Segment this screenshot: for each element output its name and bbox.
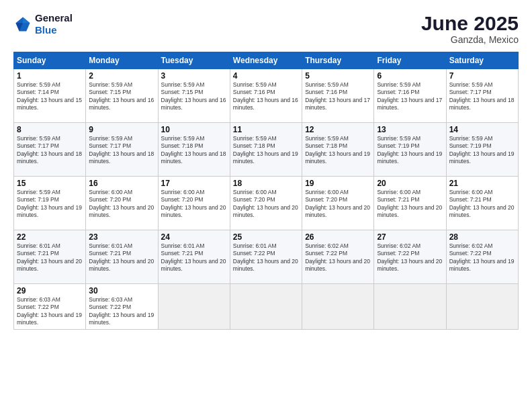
- day-number: 15: [17, 179, 83, 188]
- table-row: 30 Sunrise: 6:03 AM Sunset: 7:22 PM Dayl…: [86, 284, 158, 330]
- table-row: 20 Sunrise: 6:00 AM Sunset: 7:21 PM Dayl…: [374, 177, 446, 230]
- day-number: 22: [17, 232, 83, 242]
- col-monday: Monday: [86, 52, 158, 69]
- day-number: 28: [449, 232, 515, 242]
- table-row: 8 Sunrise: 5:59 AM Sunset: 7:17 PM Dayli…: [14, 123, 86, 177]
- day-number: 13: [377, 125, 443, 134]
- day-number: 24: [161, 232, 227, 242]
- day-info: Sunrise: 6:02 AM Sunset: 7:22 PM Dayligh…: [377, 242, 443, 273]
- day-info: Sunrise: 5:59 AM Sunset: 7:18 PM Dayligh…: [233, 135, 299, 166]
- table-row: 15 Sunrise: 5:59 AM Sunset: 7:19 PM Dayl…: [14, 177, 86, 230]
- table-row: 19 Sunrise: 6:00 AM Sunset: 7:20 PM Dayl…: [302, 177, 374, 230]
- col-wednesday: Wednesday: [230, 52, 302, 69]
- table-row: 17 Sunrise: 6:00 AM Sunset: 7:20 PM Dayl…: [158, 177, 230, 230]
- day-info: Sunrise: 6:03 AM Sunset: 7:22 PM Dayligh…: [89, 296, 154, 327]
- table-row: [374, 284, 446, 330]
- day-number: 25: [233, 232, 299, 242]
- table-row: [446, 284, 518, 330]
- day-info: Sunrise: 5:59 AM Sunset: 7:17 PM Dayligh…: [449, 81, 515, 112]
- day-number: 19: [305, 179, 371, 188]
- day-number: 17: [161, 179, 227, 188]
- day-number: 7: [449, 71, 515, 81]
- day-number: 23: [89, 232, 154, 242]
- day-number: 11: [233, 125, 299, 134]
- table-row: 21 Sunrise: 6:00 AM Sunset: 7:21 PM Dayl…: [446, 177, 518, 230]
- table-row: 24 Sunrise: 6:01 AM Sunset: 7:21 PM Dayl…: [158, 230, 230, 284]
- col-tuesday: Tuesday: [158, 52, 230, 69]
- logo-line2: Blue: [35, 24, 73, 36]
- day-number: 4: [233, 71, 299, 81]
- day-number: 29: [17, 286, 83, 295]
- page: General Blue June 2025 Ganzda, Mexico Su…: [0, 0, 532, 411]
- calendar-title: June 2025: [421, 12, 519, 34]
- table-row: 28 Sunrise: 6:02 AM Sunset: 7:22 PM Dayl…: [446, 230, 518, 284]
- day-info: Sunrise: 6:00 AM Sunset: 7:21 PM Dayligh…: [449, 189, 515, 220]
- table-row: 7 Sunrise: 5:59 AM Sunset: 7:17 PM Dayli…: [446, 69, 518, 123]
- day-info: Sunrise: 6:00 AM Sunset: 7:21 PM Dayligh…: [377, 189, 443, 220]
- day-number: 12: [305, 125, 371, 134]
- day-info: Sunrise: 6:00 AM Sunset: 7:20 PM Dayligh…: [89, 189, 154, 220]
- header-row: Sunday Monday Tuesday Wednesday Thursday…: [14, 52, 519, 69]
- day-info: Sunrise: 6:01 AM Sunset: 7:21 PM Dayligh…: [161, 242, 227, 273]
- header: General Blue June 2025 Ganzda, Mexico: [13, 12, 519, 45]
- table-row: 3 Sunrise: 5:59 AM Sunset: 7:15 PM Dayli…: [158, 69, 230, 123]
- day-number: 5: [305, 71, 371, 81]
- col-sunday: Sunday: [14, 52, 86, 69]
- day-info: Sunrise: 6:01 AM Sunset: 7:22 PM Dayligh…: [233, 242, 299, 273]
- table-row: 9 Sunrise: 5:59 AM Sunset: 7:17 PM Dayli…: [86, 123, 158, 177]
- day-number: 6: [377, 71, 443, 81]
- day-number: 26: [305, 232, 371, 242]
- day-info: Sunrise: 6:00 AM Sunset: 7:20 PM Dayligh…: [233, 189, 299, 220]
- day-info: Sunrise: 6:00 AM Sunset: 7:20 PM Dayligh…: [161, 189, 227, 220]
- day-number: 1: [17, 71, 83, 81]
- table-row: 23 Sunrise: 6:01 AM Sunset: 7:21 PM Dayl…: [86, 230, 158, 284]
- table-row: 18 Sunrise: 6:00 AM Sunset: 7:20 PM Dayl…: [230, 177, 302, 230]
- day-info: Sunrise: 6:00 AM Sunset: 7:20 PM Dayligh…: [305, 189, 371, 220]
- day-info: Sunrise: 6:02 AM Sunset: 7:22 PM Dayligh…: [305, 242, 371, 273]
- day-info: Sunrise: 5:59 AM Sunset: 7:17 PM Dayligh…: [89, 135, 154, 166]
- table-row: 29 Sunrise: 6:03 AM Sunset: 7:22 PM Dayl…: [14, 284, 86, 330]
- day-info: Sunrise: 5:59 AM Sunset: 7:18 PM Dayligh…: [305, 135, 371, 166]
- table-row: 10 Sunrise: 5:59 AM Sunset: 7:18 PM Dayl…: [158, 123, 230, 177]
- day-info: Sunrise: 5:59 AM Sunset: 7:16 PM Dayligh…: [233, 81, 299, 112]
- table-row: 27 Sunrise: 6:02 AM Sunset: 7:22 PM Dayl…: [374, 230, 446, 284]
- logo: General Blue: [13, 12, 73, 36]
- day-info: Sunrise: 5:59 AM Sunset: 7:16 PM Dayligh…: [377, 81, 443, 112]
- col-thursday: Thursday: [302, 52, 374, 69]
- day-info: Sunrise: 5:59 AM Sunset: 7:19 PM Dayligh…: [377, 135, 443, 166]
- day-number: 10: [161, 125, 227, 134]
- table-row: 5 Sunrise: 5:59 AM Sunset: 7:16 PM Dayli…: [302, 69, 374, 123]
- table-row: 25 Sunrise: 6:01 AM Sunset: 7:22 PM Dayl…: [230, 230, 302, 284]
- day-info: Sunrise: 5:59 AM Sunset: 7:15 PM Dayligh…: [161, 81, 227, 112]
- svg-marker-1: [23, 17, 30, 24]
- table-row: 2 Sunrise: 5:59 AM Sunset: 7:15 PM Dayli…: [86, 69, 158, 123]
- table-row: [158, 284, 230, 330]
- day-info: Sunrise: 5:59 AM Sunset: 7:19 PM Dayligh…: [17, 189, 83, 220]
- table-row: 1 Sunrise: 5:59 AM Sunset: 7:14 PM Dayli…: [14, 69, 86, 123]
- day-info: Sunrise: 6:01 AM Sunset: 7:21 PM Dayligh…: [89, 242, 154, 273]
- day-number: 3: [161, 71, 227, 81]
- table-row: 14 Sunrise: 5:59 AM Sunset: 7:19 PM Dayl…: [446, 123, 518, 177]
- table-row: 6 Sunrise: 5:59 AM Sunset: 7:16 PM Dayli…: [374, 69, 446, 123]
- day-info: Sunrise: 6:02 AM Sunset: 7:22 PM Dayligh…: [449, 242, 515, 273]
- table-row: 11 Sunrise: 5:59 AM Sunset: 7:18 PM Dayl…: [230, 123, 302, 177]
- day-number: 20: [377, 179, 443, 188]
- day-number: 27: [377, 232, 443, 242]
- table-row: [302, 284, 374, 330]
- table-row: 26 Sunrise: 6:02 AM Sunset: 7:22 PM Dayl…: [302, 230, 374, 284]
- table-row: 4 Sunrise: 5:59 AM Sunset: 7:16 PM Dayli…: [230, 69, 302, 123]
- calendar-table: Sunday Monday Tuesday Wednesday Thursday…: [13, 52, 519, 330]
- day-number: 16: [89, 179, 154, 188]
- day-info: Sunrise: 5:59 AM Sunset: 7:16 PM Dayligh…: [305, 81, 371, 112]
- day-info: Sunrise: 5:59 AM Sunset: 7:18 PM Dayligh…: [161, 135, 227, 166]
- title-block: June 2025 Ganzda, Mexico: [421, 12, 519, 45]
- day-info: Sunrise: 5:59 AM Sunset: 7:17 PM Dayligh…: [17, 135, 83, 166]
- logo-line1: General: [35, 12, 73, 24]
- day-number: 8: [17, 125, 83, 134]
- day-number: 30: [89, 286, 154, 295]
- day-number: 2: [89, 71, 154, 81]
- day-number: 21: [449, 179, 515, 188]
- day-info: Sunrise: 5:59 AM Sunset: 7:14 PM Dayligh…: [17, 81, 83, 112]
- logo-icon: [13, 15, 32, 34]
- day-number: 18: [233, 179, 299, 188]
